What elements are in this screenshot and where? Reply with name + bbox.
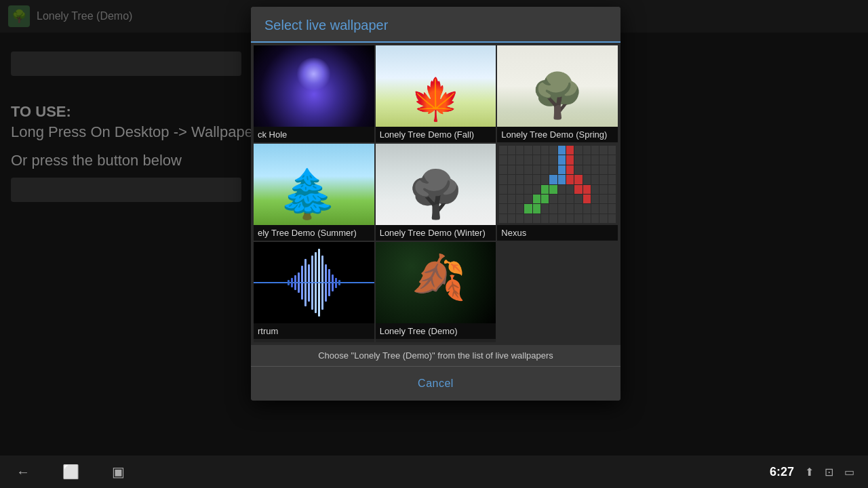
wallpaper-item-empty (497, 242, 618, 342)
nav-buttons: ← ⬜ ▣ (14, 461, 127, 483)
screenshot-icon: ⊡ (825, 466, 833, 479)
wallpaper-thumb-summer (254, 144, 374, 225)
wallpaper-label-leaf: Lonely Tree (Demo) (376, 323, 496, 339)
wallpaper-item-summer[interactable]: ely Tree Demo (Summer) (254, 144, 374, 241)
wallpaper-thumb-fall: 🍁 (376, 45, 496, 127)
wallpaper-item-winter[interactable]: Lonely Tree Demo (Winter) (376, 144, 496, 241)
back-button[interactable]: ← (14, 462, 33, 483)
dialog-footer: Cancel (251, 366, 620, 401)
status-bar: 6:27 ⬆ ⊡ ▭ (770, 465, 854, 479)
wallpaper-thumb-nexus (497, 144, 618, 225)
status-time: 6:27 (770, 465, 794, 479)
wallpaper-label-spring: Lonely Tree Demo (Spring) (497, 127, 618, 142)
wallpaper-item-blackhole[interactable]: ck Hole (254, 45, 374, 142)
wallpaper-item-leaf[interactable]: Lonely Tree (Demo) (376, 242, 496, 342)
navigation-bar: ← ⬜ ▣ 6:27 ⬆ ⊡ ▭ (0, 455, 868, 488)
wallpaper-label-spectrum: rtrum (254, 323, 374, 339)
wallpaper-item-spring[interactable]: Lonely Tree Demo (Spring) (497, 45, 618, 142)
wallpaper-label-nexus: Nexus (497, 225, 618, 241)
wallpaper-thumb-spring (497, 45, 618, 127)
home-button[interactable]: ⬜ (60, 461, 82, 483)
wallpaper-label-winter: Lonely Tree Demo (Winter) (376, 225, 496, 241)
dialog-instruction: Choose "Lonely Tree (Demo)" from the lis… (251, 345, 620, 366)
wallpaper-grid: ck Hole 🍁 Lonely Tree Demo (Fall) Lonely… (251, 43, 620, 345)
share-icon: ⬆ (805, 466, 814, 479)
dialog-title: Select live wallpaper (264, 18, 388, 33)
dialog-header: Select live wallpaper (251, 7, 620, 43)
wallpaper-item-fall[interactable]: 🍁 Lonely Tree Demo (Fall) (376, 45, 496, 142)
wallpaper-label-summer: ely Tree Demo (Summer) (254, 225, 374, 241)
wallpaper-thumb-spectrum (254, 242, 374, 323)
wallpaper-thumb-leaf (376, 242, 496, 323)
wallpaper-label-fall: Lonely Tree Demo (Fall) (376, 127, 496, 142)
battery-icon: ▭ (844, 466, 854, 479)
wallpaper-item-spectrum[interactable]: rtrum (254, 242, 374, 342)
wallpaper-label-blackhole: ck Hole (254, 127, 374, 142)
wallpaper-picker-dialog: Select live wallpaper ck Hole 🍁 Lonely T… (251, 7, 620, 401)
recents-button[interactable]: ▣ (109, 461, 127, 483)
wallpaper-thumb-winter (376, 144, 496, 225)
cancel-button[interactable]: Cancel (401, 373, 470, 394)
wallpaper-item-nexus[interactable]: Nexus (497, 144, 618, 241)
wallpaper-thumb-blackhole (254, 45, 374, 127)
